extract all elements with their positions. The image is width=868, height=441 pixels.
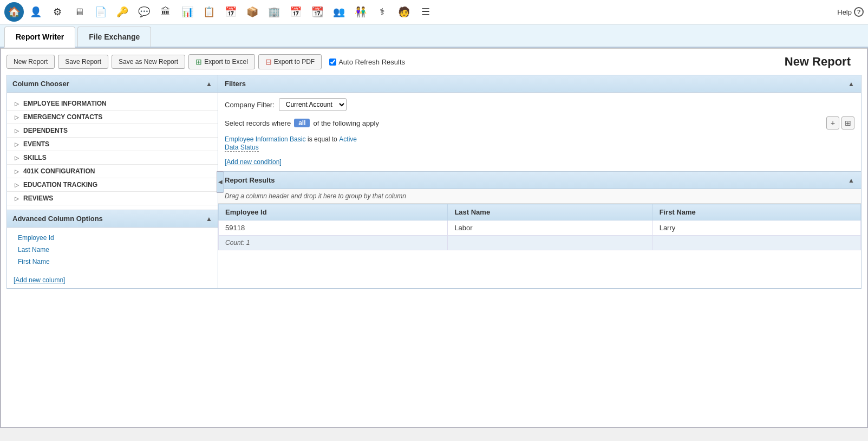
tree-item-emergency-contacts[interactable]: ▷ EMERGENCY CONTACTS xyxy=(7,111,218,124)
tree-arrow-dependents: ▷ xyxy=(14,127,20,134)
advanced-col-first-name[interactable]: First Name xyxy=(7,256,218,268)
new-report-button[interactable]: New Report xyxy=(6,55,55,69)
auto-refresh-label: Auto Refresh Results xyxy=(338,58,405,66)
tree-arrow-employee-info: ▷ xyxy=(14,100,20,107)
col-header-first-name[interactable]: First Name xyxy=(652,204,860,220)
help-section[interactable]: Help ? xyxy=(837,7,864,17)
tree-arrow-emergency: ▷ xyxy=(14,114,20,120)
key-icon[interactable]: 🔑 xyxy=(113,2,132,22)
cell-last-name: Labor xyxy=(448,220,652,236)
table-row: 59118 Labor Larry xyxy=(219,220,861,236)
box-icon[interactable]: 📦 xyxy=(243,2,262,22)
person2-icon[interactable]: 🧑 xyxy=(394,2,414,22)
help-label: Help xyxy=(837,8,852,16)
results-table: Employee Id Last Name First Name 59118 L… xyxy=(218,204,861,250)
results-section: Report Results ▲ Drag a column header an… xyxy=(218,172,861,288)
filters-section: Filters ▲ Company Filter: Current Accoun… xyxy=(218,75,861,172)
document-icon[interactable]: 📄 xyxy=(91,2,110,22)
column-chooser-collapse-arrow[interactable]: ▲ xyxy=(206,80,212,88)
medical-icon[interactable]: ⚕ xyxy=(373,2,392,22)
home-icon[interactable]: 🏠 xyxy=(4,2,24,22)
tab-report-writer[interactable]: Report Writer xyxy=(4,27,75,48)
chart-icon[interactable]: 📊 xyxy=(178,2,197,22)
tree-items: ▷ EMPLOYEE INFORMATION ▷ EMERGENCY CONTA… xyxy=(7,93,218,210)
add-group-buttons: + ⊞ xyxy=(826,116,854,129)
tree-item-reviews[interactable]: ▷ REVIEWS xyxy=(7,192,218,205)
cell-first-name: Larry xyxy=(652,220,860,236)
tree-item-events[interactable]: ▷ EVENTS xyxy=(7,138,218,151)
tree-item-dependents[interactable]: ▷ DEPENDENTS xyxy=(7,124,218,138)
results-collapse-arrow[interactable]: ▲ xyxy=(848,177,854,184)
company-filter-label: Company Filter: xyxy=(225,101,275,109)
filters-header: Filters ▲ xyxy=(218,75,861,93)
tree-arrow-401k: ▷ xyxy=(14,168,20,174)
advanced-col-employee-id[interactable]: Employee Id xyxy=(7,232,218,244)
add-new-column-link[interactable]: [Add new column] xyxy=(7,272,218,288)
list-icon[interactable]: 📋 xyxy=(199,2,219,22)
top-nav-bar: 🏠 👤 ⚙ 🖥 📄 🔑 💬 🏛 📊 📋 📅 📦 🏢 📅 📆 👥 👫 ⚕ 🧑 ☰ … xyxy=(0,0,868,24)
add-condition-button[interactable]: + xyxy=(826,116,839,129)
export-excel-button[interactable]: ⊞ Export to Excel xyxy=(188,54,255,69)
auto-refresh-checkbox[interactable] xyxy=(329,59,336,66)
company-filter-row: Company Filter: Current Account xyxy=(225,98,854,111)
results-table-header-row: Employee Id Last Name First Name xyxy=(219,204,861,220)
lines-icon[interactable]: ☰ xyxy=(416,2,435,22)
auto-refresh-checkbox-label[interactable]: Auto Refresh Results xyxy=(329,58,405,66)
advanced-section: Employee Id Last Name First Name xyxy=(7,228,218,272)
tree-item-employee-info[interactable]: ▷ EMPLOYEE INFORMATION xyxy=(7,97,218,111)
calendar2-icon[interactable]: 📅 xyxy=(286,2,305,22)
tree-arrow-events: ▷ xyxy=(14,141,20,147)
tree-item-education-tracking[interactable]: ▷ EDUCATION TRACKING xyxy=(7,178,218,192)
export-pdf-button[interactable]: ⊟ Export to PDF xyxy=(258,54,322,69)
cell-employee-id: 59118 xyxy=(219,220,448,236)
monitor-icon[interactable]: 🖥 xyxy=(69,2,89,22)
pdf-icon: ⊟ xyxy=(265,57,272,66)
condition-is-equal-to: is equal to xyxy=(308,135,337,143)
col-header-last-name[interactable]: Last Name xyxy=(448,204,652,220)
count-cell: Count: 1 xyxy=(219,236,448,250)
calendar-icon[interactable]: 📅 xyxy=(221,2,240,22)
main-content: New Report Save Report Save as New Repor… xyxy=(1,48,867,427)
hierarchy-icon[interactable]: 🏛 xyxy=(156,2,175,22)
add-condition-link[interactable]: [Add new condition] xyxy=(225,158,282,166)
page-title: New Report xyxy=(785,55,862,69)
company-filter-select[interactable]: Current Account xyxy=(279,98,347,111)
save-report-button[interactable]: Save Report xyxy=(58,55,108,69)
people-icon[interactable]: 👤 xyxy=(26,2,45,22)
add-group-button[interactable]: ⊞ xyxy=(841,116,854,129)
advanced-collapse-arrow[interactable]: ▲ xyxy=(206,215,212,223)
advanced-col-last-name[interactable]: Last Name xyxy=(7,244,218,256)
tab-file-exchange[interactable]: File Exchange xyxy=(77,27,151,47)
tree-arrow-education: ▷ xyxy=(14,181,20,188)
group-icon[interactable]: 👫 xyxy=(351,2,370,22)
toolbar: New Report Save Report Save as New Repor… xyxy=(6,54,862,75)
results-header: Report Results ▲ xyxy=(218,172,861,189)
condition-link-employee-info[interactable]: Employee Information Basic xyxy=(225,135,305,143)
count-row: Count: 1 xyxy=(219,236,861,250)
select-records-text: Select records where xyxy=(225,119,291,127)
person-icon[interactable]: 👥 xyxy=(329,2,349,22)
building-icon[interactable]: 🏢 xyxy=(264,2,284,22)
chat-icon[interactable]: 💬 xyxy=(134,2,154,22)
condition-link-active[interactable]: Active xyxy=(339,135,357,143)
advanced-column-options-header: Advanced Column Options ▲ xyxy=(7,210,218,228)
left-panel-collapse-handle[interactable]: ◀ xyxy=(217,171,224,193)
advanced-column-options-title: Advanced Column Options xyxy=(12,215,103,223)
save-as-new-report-button[interactable]: Save as New Report xyxy=(112,55,185,69)
calendar3-icon[interactable]: 📆 xyxy=(308,2,327,22)
tree-item-401k[interactable]: ▷ 401K CONFIGURATION xyxy=(7,165,218,178)
results-title: Report Results xyxy=(225,176,275,184)
settings-icon[interactable]: ⚙ xyxy=(48,2,67,22)
tree-item-skills[interactable]: ▷ SKILLS xyxy=(7,151,218,165)
tree-arrow-skills: ▷ xyxy=(14,154,20,161)
filters-collapse-arrow[interactable]: ▲ xyxy=(848,80,854,88)
tab-bar: Report Writer File Exchange xyxy=(0,24,868,48)
column-chooser-title: Column Chooser xyxy=(12,80,69,88)
tree-arrow-reviews: ▷ xyxy=(14,195,20,202)
condition-link-data-status[interactable]: Data Status xyxy=(225,144,259,152)
help-icon[interactable]: ? xyxy=(854,7,864,17)
select-records-row: Select records where all of the followin… xyxy=(225,116,854,129)
count-empty-1 xyxy=(448,236,652,250)
filters-body: Company Filter: Current Account Select r… xyxy=(218,93,861,171)
col-header-employee-id[interactable]: Employee Id xyxy=(219,204,448,220)
